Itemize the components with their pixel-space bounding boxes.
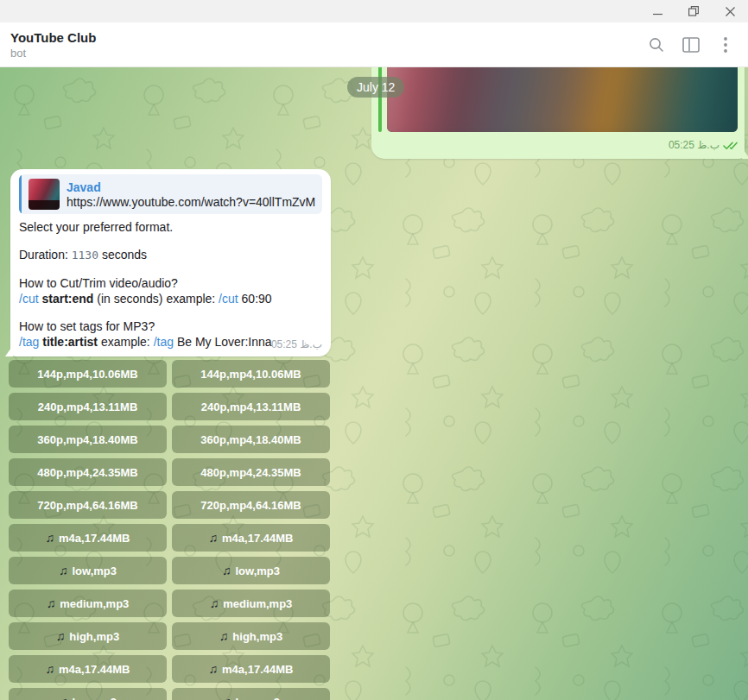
tag-end: Be My Lover:Inna [174, 335, 272, 349]
keyboard-button[interactable]: 480p,mp4,24.35MB [9, 458, 167, 486]
button-label: high,mp3 [232, 630, 282, 643]
minimize-icon [653, 7, 662, 16]
duration-suffix: seconds [98, 248, 147, 262]
tag-command-link[interactable]: /tag [19, 335, 39, 349]
tag-mid: example: [98, 335, 154, 349]
reply-quote[interactable]: Javad https://www.youtube.com/watch?v=40… [19, 174, 322, 214]
reply-author[interactable]: Javad [67, 180, 315, 194]
music-note-icon: ♫ [222, 695, 231, 700]
reply-link[interactable]: https://www.youtube.com/watch?v=40llTmZv… [67, 195, 315, 209]
tag-bold: title:artist [39, 335, 98, 349]
button-label: m4a,17.44MB [222, 663, 293, 676]
button-label: 480p,mp4,24.35MB [37, 466, 137, 479]
keyboard-button[interactable]: 480p,mp4,24.35MB [172, 458, 330, 486]
music-note-icon: ♫ [47, 596, 56, 610]
reply-thumbnail [29, 179, 60, 210]
button-label: low,mp3 [72, 696, 117, 700]
cut-command-link-2[interactable]: /cut [219, 292, 238, 306]
kebab-menu-icon [724, 37, 727, 53]
photo-attachment[interactable] [387, 67, 738, 132]
button-label: 144p,mp4,10.06MB [37, 368, 137, 381]
button-label: 144p,mp4,10.06MB [200, 368, 301, 381]
button-label: m4a,17.44MB [59, 532, 130, 545]
keyboard-button[interactable]: ♫high,mp3 [172, 622, 330, 650]
button-label: 240p,mp4,13.11MB [38, 400, 138, 413]
button-label: 240p,mp4,13.11MB [201, 400, 301, 413]
music-note-icon: ♫ [219, 629, 229, 643]
tag-question: How to set tags for MP3? [19, 318, 322, 334]
keyboard-button[interactable]: 720p,mp4,64.16MB [9, 491, 167, 519]
chat-area[interactable]: July 12 05:25 ب.ظ Javad https://www.yout… [0, 67, 748, 700]
toggle-sidebar-button[interactable] [674, 28, 708, 62]
close-button[interactable] [712, 0, 748, 22]
button-label: 720p,mp4,64.16MB [37, 499, 137, 512]
keyboard-button[interactable]: ♫m4a,17.44MB [9, 655, 167, 683]
keyboard-button[interactable]: ♫low,mp3 [9, 557, 167, 584]
close-icon [726, 7, 735, 16]
keyboard-button[interactable]: 720p,mp4,64.16MB [172, 491, 330, 519]
button-label: m4a,17.44MB [222, 532, 293, 545]
keyboard-button[interactable]: ♫low,mp3 [172, 557, 330, 584]
duration-label: Duration: [19, 248, 72, 262]
restore-icon [688, 6, 699, 16]
keyboard-button[interactable]: ♫m4a,17.44MB [172, 655, 330, 683]
peer-title: YouTube Club [10, 30, 639, 45]
cut-help: How to Cut/Trim video/audio? /cut start:… [19, 275, 322, 306]
keyboard-button[interactable]: 144p,mp4,10.06MB [172, 360, 330, 388]
cut-question: How to Cut/Trim video/audio? [19, 275, 322, 291]
button-label: low,mp3 [72, 564, 117, 577]
music-note-icon: ♫ [210, 596, 219, 610]
intro-line: Select your preferred format. [19, 219, 322, 235]
button-label: 360p,mp4,18.40MB [200, 433, 301, 446]
tag-command-link-2[interactable]: /tag [154, 335, 174, 349]
peer-subtitle: bot [10, 47, 639, 60]
keyboard-button[interactable]: ♫medium,mp3 [9, 590, 167, 617]
peer-info[interactable]: YouTube Club bot [10, 30, 639, 60]
search-icon [648, 36, 665, 54]
keyboard-button[interactable]: ♫m4a,17.44MB [172, 524, 330, 552]
window-titlebar [0, 0, 748, 22]
music-note-icon: ♫ [209, 662, 219, 676]
keyboard-button[interactable]: 360p,mp4,18.40MB [172, 426, 330, 453]
button-label: m4a,17.44MB [59, 663, 130, 676]
restore-button[interactable] [675, 0, 712, 22]
keyboard-button[interactable]: ♫medium,mp3 [172, 590, 330, 617]
duration-line: Duration: 1130 seconds [19, 247, 322, 263]
music-note-icon: ♫ [46, 662, 55, 676]
keyboard-button[interactable]: ♫m4a,17.44MB [9, 524, 167, 552]
keyboard-button[interactable]: ♫low,mp3 [9, 688, 167, 700]
button-label: medium,mp3 [60, 597, 129, 610]
bot-message-bubble: Javad https://www.youtube.com/watch?v=40… [10, 169, 331, 356]
inline-keyboard: 144p,mp4,10.06MB 144p,mp4,10.06MB 240p,m… [9, 360, 330, 700]
reply-texts: Javad https://www.youtube.com/watch?v=40… [67, 180, 315, 209]
keyboard-button[interactable]: 240p,mp4,13.11MB [172, 393, 330, 420]
cut-mid: (in seconds) example: [93, 292, 219, 306]
button-label: 480p,mp4,24.35MB [200, 466, 301, 479]
outgoing-timestamp: 05:25 ب.ظ [669, 139, 719, 151]
cut-bold: start:end [39, 292, 94, 306]
music-note-icon: ♫ [46, 531, 55, 545]
keyboard-button[interactable]: ♫high,mp3 [9, 622, 167, 650]
cut-example-line: /cut start:end (in seconds) example: /cu… [19, 291, 322, 306]
menu-button[interactable] [708, 28, 743, 62]
music-note-icon: ♫ [222, 564, 231, 577]
music-note-icon: ♫ [59, 564, 68, 577]
button-label: high,mp3 [69, 630, 119, 643]
keyboard-button[interactable]: 144p,mp4,10.06MB [9, 360, 167, 388]
blurred-photo [387, 67, 738, 132]
keyboard-button[interactable]: 360p,mp4,18.40MB [9, 426, 167, 453]
button-label: low,mp3 [235, 696, 280, 700]
outgoing-meta: 05:25 ب.ظ [378, 138, 738, 152]
double-check-icon [723, 141, 738, 150]
bot-message-timestamp: 05:25 ب.ظ [271, 338, 322, 350]
music-note-icon: ♫ [59, 695, 68, 700]
minimize-button[interactable] [639, 0, 675, 22]
button-label: low,mp3 [235, 564, 280, 577]
date-badge[interactable]: July 12 [347, 77, 404, 98]
outgoing-photo-message[interactable]: 05:25 ب.ظ [371, 67, 745, 159]
keyboard-button[interactable]: 240p,mp4,13.11MB [9, 393, 167, 420]
search-button[interactable] [639, 28, 674, 62]
chat-header: YouTube Club bot [0, 22, 748, 67]
cut-command-link[interactable]: /cut [19, 292, 39, 306]
keyboard-button[interactable]: ♫low,mp3 [172, 688, 330, 700]
